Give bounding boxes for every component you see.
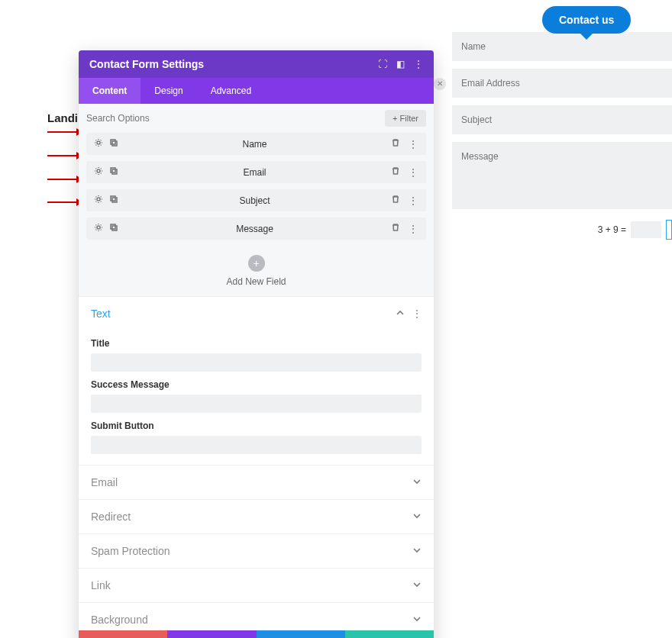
section-text-header[interactable]: Text ⋮	[79, 297, 434, 330]
field-label: Email	[118, 167, 391, 178]
modal-footer: ✕ ↺ ↻ ✓	[79, 630, 434, 638]
gear-icon[interactable]	[94, 195, 103, 206]
message-field[interactable]	[452, 142, 672, 209]
field-row[interactable]: Email⋮	[86, 161, 426, 183]
svg-rect-1	[111, 140, 115, 144]
cancel-button[interactable]: ✕	[79, 630, 167, 638]
title-label: Title	[91, 338, 422, 349]
modal-title: Contact Form Settings	[89, 58, 204, 70]
duplicate-icon[interactable]	[109, 223, 118, 234]
subject-field[interactable]	[452, 105, 672, 134]
field-label: Message	[118, 224, 391, 234]
submit-label: Submit Button	[91, 420, 422, 431]
trash-icon[interactable]	[391, 223, 400, 234]
svg-rect-4	[111, 168, 115, 172]
captcha-row: 3 + 9 =	[452, 220, 672, 240]
tab-advanced[interactable]: Advanced	[197, 78, 265, 104]
tab-design[interactable]: Design	[141, 78, 196, 104]
add-field-label: Add New Field	[79, 276, 434, 287]
field-label: Subject	[118, 195, 391, 206]
success-label: Success Message	[91, 379, 422, 390]
svg-rect-10	[111, 224, 115, 229]
gear-icon[interactable]	[94, 223, 103, 234]
tab-content[interactable]: Content	[79, 78, 141, 104]
page-heading-partial: Landi	[47, 111, 78, 124]
contact-us-bubble: Contact us	[542, 6, 631, 34]
field-row[interactable]: Subject⋮	[86, 189, 426, 211]
more-icon[interactable]: ⋮	[408, 195, 418, 206]
svg-point-6	[97, 198, 100, 201]
chevron-up-icon	[396, 308, 405, 320]
field-row[interactable]: Name⋮	[86, 133, 426, 155]
svg-rect-2	[112, 141, 117, 146]
gear-icon[interactable]	[94, 166, 103, 178]
svg-point-9	[97, 226, 100, 229]
modal-header: Contact Form Settings ⛶ ◧ ⋮	[79, 50, 434, 78]
settings-modal: Contact Form Settings ⛶ ◧ ⋮ Content Desi…	[79, 50, 434, 638]
chevron-down-icon	[412, 511, 422, 523]
section-header[interactable]: Link	[79, 569, 434, 602]
section-title: Redirect	[91, 511, 131, 523]
section-title: Background	[91, 614, 148, 626]
svg-rect-5	[112, 169, 117, 174]
chevron-down-icon	[412, 546, 422, 557]
section-title: Spam Protection	[91, 545, 170, 557]
section-text-title: Text	[91, 308, 111, 320]
form-preview: 3 + 9 =	[452, 32, 672, 240]
more-icon[interactable]: ⋮	[408, 139, 418, 150]
svg-rect-8	[112, 198, 117, 202]
section-header[interactable]: Background	[79, 603, 434, 630]
gear-icon[interactable]	[94, 138, 103, 150]
title-input[interactable]	[91, 353, 422, 372]
undo-button[interactable]: ↺	[167, 630, 256, 638]
search-input[interactable]	[86, 113, 385, 124]
captcha-submit[interactable]	[666, 220, 672, 240]
chevron-down-icon	[412, 477, 422, 488]
more-icon[interactable]: ⋮	[408, 167, 418, 178]
trash-icon[interactable]	[391, 138, 400, 150]
section-header[interactable]: Redirect	[79, 500, 434, 533]
svg-point-3	[97, 169, 100, 172]
redo-button[interactable]: ↻	[257, 630, 345, 638]
add-field-button[interactable]: +	[248, 255, 265, 272]
modal-tabs: Content Design Advanced	[79, 78, 434, 104]
duplicate-icon[interactable]	[109, 166, 118, 178]
section-more-icon[interactable]: ⋮	[412, 308, 422, 319]
save-button[interactable]: ✓	[345, 630, 434, 638]
section-header[interactable]: Email	[79, 466, 434, 499]
duplicate-icon[interactable]	[109, 195, 118, 206]
section-title: Email	[91, 476, 118, 488]
svg-rect-11	[112, 226, 117, 230]
expand-icon[interactable]: ⛶	[378, 59, 387, 69]
captcha-input[interactable]	[631, 221, 661, 238]
submit-input[interactable]	[91, 436, 422, 454]
svg-rect-7	[111, 196, 115, 201]
more-icon[interactable]: ⋮	[408, 224, 418, 234]
field-row[interactable]: Message⋮	[86, 218, 426, 240]
duplicate-icon[interactable]	[109, 138, 118, 150]
chevron-down-icon	[412, 614, 422, 626]
section-header[interactable]: Spam Protection	[79, 534, 434, 568]
email-field[interactable]	[452, 69, 672, 98]
svg-point-0	[97, 141, 100, 144]
panel-icon[interactable]: ◧	[396, 59, 405, 69]
chevron-down-icon	[412, 580, 422, 591]
trash-icon[interactable]	[391, 166, 400, 178]
field-label: Name	[118, 139, 391, 150]
trash-icon[interactable]	[391, 195, 400, 206]
more-icon[interactable]: ⋮	[414, 59, 423, 69]
section-title: Link	[91, 579, 111, 591]
success-input[interactable]	[91, 395, 422, 413]
close-icon[interactable]: ✕	[434, 78, 446, 90]
name-field[interactable]	[452, 32, 672, 61]
captcha-question: 3 + 9 =	[598, 224, 626, 235]
filter-button[interactable]: +Filter	[385, 110, 426, 127]
